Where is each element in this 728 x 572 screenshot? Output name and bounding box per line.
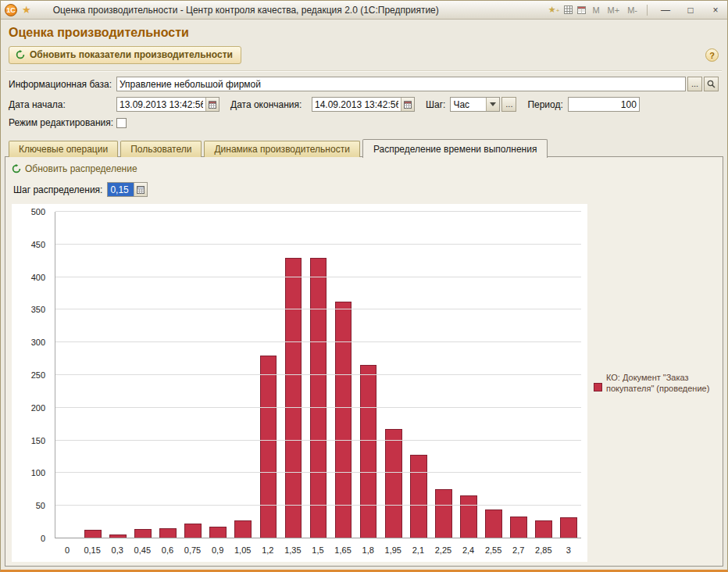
y-axis-tick: 400	[31, 273, 45, 281]
bar-slot	[431, 212, 456, 538]
gridline	[55, 407, 581, 408]
date-end-label: Дата окончания:	[230, 99, 312, 110]
bar-2,7[interactable]	[510, 517, 527, 538]
infobase-field	[116, 77, 686, 91]
bar-0,6[interactable]	[159, 528, 177, 538]
bar-slot	[531, 212, 556, 538]
step-combo-dropdown-button[interactable]	[486, 98, 499, 111]
tab-users[interactable]: Пользователи	[120, 141, 202, 157]
memory-m-button[interactable]: M	[591, 5, 601, 15]
edit-mode-label: Режим редактирования:	[9, 117, 116, 128]
x-axis-label: 0,3	[105, 545, 130, 558]
memory-m-minus-button[interactable]: M-	[626, 5, 639, 15]
titlebar-service-icons: ★+ M M+ M-	[548, 5, 639, 15]
toolbar-divider	[6, 70, 722, 72]
bar-3[interactable]	[560, 517, 577, 538]
x-axis: 00,150,30,450,60,750,91,051,21,351,51,65…	[55, 545, 581, 558]
bar-2,85[interactable]	[535, 520, 552, 538]
gridline	[55, 211, 581, 212]
bar-1,95[interactable]	[385, 429, 402, 538]
gridline	[55, 440, 581, 441]
bar-1,5[interactable]	[310, 258, 327, 538]
plot-area	[55, 212, 581, 538]
y-axis-tick: 200	[31, 403, 45, 412]
gridline	[55, 505, 581, 506]
bar-slot	[331, 212, 356, 538]
distribution-step-label: Шаг распределения:	[13, 184, 102, 195]
tab-execution-time-distribution[interactable]: Распределение времени выполнения	[362, 139, 548, 158]
y-axis-tick: 500	[31, 208, 45, 216]
gridline	[55, 309, 581, 309]
minimize-button[interactable]: —	[655, 3, 676, 17]
refresh-indicators-button[interactable]: Обновить показатели производительности	[9, 46, 241, 64]
bar-1,05[interactable]	[234, 520, 252, 538]
period-input[interactable]	[569, 98, 639, 111]
infobase-search-button[interactable]	[704, 77, 719, 91]
gridline	[55, 244, 581, 245]
distribution-panel: Обновить распределение Шаг распределения…	[5, 156, 723, 567]
x-axis-label: 1,2	[255, 545, 280, 558]
period-label: Период:	[527, 99, 562, 110]
x-axis-label: 1,5	[305, 545, 330, 558]
step-choose-button[interactable]: ...	[501, 97, 516, 112]
main-content: Оценка производительности Обновить показ…	[1, 20, 727, 570]
memory-m-plus-button[interactable]: M+	[606, 5, 622, 15]
bar-slot	[155, 212, 180, 538]
bar-0,9[interactable]	[209, 527, 227, 538]
x-axis-label: 1,8	[355, 545, 380, 558]
refresh-distribution-label: Обновить распределение	[25, 163, 137, 174]
y-axis-tick: 300	[31, 338, 45, 347]
calculator-button[interactable]	[134, 183, 147, 196]
refresh-distribution-button[interactable]: Обновить распределение	[12, 163, 137, 174]
bars-container	[55, 212, 581, 538]
edit-mode-row: Режим редактирования:	[9, 117, 719, 128]
help-button[interactable]: ?	[705, 48, 719, 62]
grid-icon[interactable]	[564, 5, 573, 14]
bar-2,25[interactable]	[435, 489, 452, 538]
bar-1,8[interactable]	[360, 365, 377, 538]
tab-strip: Ключевые операции Пользователи Динамика …	[9, 138, 723, 156]
tab-key-operations[interactable]: Ключевые операции	[9, 141, 118, 157]
gridline	[55, 472, 581, 473]
infobase-input[interactable]	[117, 77, 685, 91]
date-start-calendar-button[interactable]	[205, 98, 219, 111]
bar-1,35[interactable]	[285, 258, 302, 538]
bar-2,1[interactable]	[410, 455, 427, 538]
refresh-icon	[16, 50, 25, 59]
bar-2,55[interactable]	[485, 509, 502, 538]
bar-1,2[interactable]	[260, 356, 277, 538]
edit-mode-checkbox[interactable]	[116, 118, 127, 128]
close-button[interactable]: ×	[705, 3, 726, 17]
bar-slot	[55, 212, 80, 538]
infobase-label: Информационная база:	[9, 79, 116, 90]
favorites-star-icon[interactable]: ★	[22, 5, 31, 15]
y-axis-tick: 350	[31, 306, 45, 314]
calendar-icon[interactable]	[577, 5, 586, 14]
bar-1,65[interactable]	[335, 302, 352, 538]
x-axis-label: 2,25	[430, 545, 455, 558]
bar-slot	[506, 212, 531, 538]
bar-slot	[456, 212, 481, 538]
bar-slot	[180, 212, 205, 538]
step-combo-input[interactable]	[451, 98, 486, 111]
distribution-step-field	[107, 182, 148, 197]
maximize-button[interactable]: □	[680, 3, 701, 17]
date-start-field	[116, 97, 219, 112]
bar-slot	[305, 212, 330, 538]
star-add-icon[interactable]: ★+	[548, 5, 560, 15]
tab-performance-dynamics[interactable]: Динамика производительности	[204, 141, 359, 157]
bar-2,4[interactable]	[460, 495, 477, 538]
y-axis-tick: 100	[31, 469, 45, 477]
dates-row: Дата начала: Дата окончания: Шаг: ... Пе	[9, 97, 719, 112]
bar-0,75[interactable]	[184, 524, 202, 538]
x-axis-label: 2,55	[481, 545, 506, 558]
distribution-step-input[interactable]	[108, 183, 134, 196]
x-axis-label: 0,9	[205, 545, 230, 558]
date-end-input[interactable]	[312, 98, 401, 111]
date-start-input[interactable]	[117, 98, 205, 111]
period-field	[568, 97, 640, 112]
infobase-choose-button[interactable]: ...	[687, 77, 702, 91]
titlebar-separator	[647, 5, 648, 16]
x-axis-label: 1,05	[230, 545, 255, 558]
date-end-calendar-button[interactable]	[401, 98, 414, 111]
